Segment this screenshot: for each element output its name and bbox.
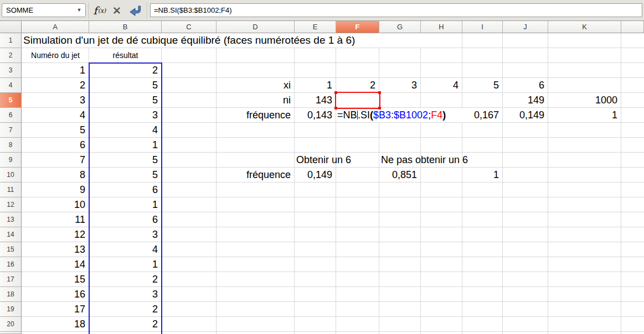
cell-A14[interactable]: 12 — [22, 227, 85, 242]
cell-K6[interactable]: 1 — [548, 108, 617, 123]
column-header-H[interactable]: H — [421, 21, 462, 33]
cell-A6[interactable]: 4 — [22, 108, 85, 123]
cell-H4[interactable]: 4 — [421, 78, 458, 93]
row-header-11[interactable]: 11 — [0, 182, 22, 197]
cell-A18[interactable]: 16 — [22, 287, 85, 302]
cell-A9[interactable]: 7 — [22, 153, 85, 168]
cell-B13[interactable]: 6 — [89, 212, 158, 227]
cell-B2[interactable]: résultat — [90, 48, 161, 63]
column-header-B[interactable]: B — [89, 21, 162, 33]
cell-G9[interactable]: Ne pas obtenir un 6 — [381, 153, 468, 168]
cell-B4[interactable]: 5 — [89, 78, 158, 93]
cell-J5[interactable]: 149 — [503, 93, 544, 108]
row-header-21-partial[interactable] — [0, 332, 22, 334]
cell-A17[interactable]: 15 — [22, 272, 85, 287]
cell-E6[interactable]: 0,143 — [295, 108, 332, 123]
cell-B7[interactable]: 4 — [89, 123, 158, 138]
cell-B11[interactable]: 6 — [89, 182, 158, 197]
cell-D10[interactable]: fréquence — [217, 168, 291, 182]
row-header-10[interactable]: 10 — [0, 168, 22, 182]
cell-A5[interactable]: 3 — [22, 93, 85, 108]
cancel-button[interactable]: ✕ — [109, 3, 125, 18]
cell-A20[interactable]: 18 — [22, 317, 85, 332]
reference-handle[interactable] — [378, 107, 381, 109]
column-header-E[interactable]: E — [295, 21, 336, 33]
cell-B14[interactable]: 3 — [89, 227, 158, 242]
row-header-20[interactable]: 20 — [0, 317, 22, 332]
cell-A8[interactable]: 6 — [22, 138, 85, 153]
name-box[interactable]: SOMME ▼ — [2, 3, 86, 17]
cell-G10[interactable]: 0,851 — [379, 168, 417, 182]
cell-B6[interactable]: 3 — [89, 108, 158, 123]
row-header-12[interactable]: 12 — [0, 197, 22, 212]
cell-A19[interactable]: 17 — [22, 302, 85, 317]
row-header-13[interactable]: 13 — [0, 212, 22, 227]
cell-B3[interactable]: 2 — [89, 63, 158, 78]
row-header-1[interactable]: 1 — [0, 33, 22, 48]
column-header-partial[interactable] — [621, 21, 644, 33]
row-header-14[interactable]: 14 — [0, 227, 22, 242]
cell-K5[interactable]: 1000 — [548, 93, 617, 108]
cell-A16[interactable]: 14 — [22, 257, 85, 272]
cell-A10[interactable]: 8 — [22, 168, 85, 182]
row-header-15[interactable]: 15 — [0, 242, 22, 257]
reference-handle[interactable] — [334, 91, 337, 94]
cell-A15[interactable]: 13 — [22, 242, 85, 257]
column-header-G[interactable]: G — [379, 21, 421, 33]
cell-E9[interactable]: Obtenir un 6 — [296, 153, 351, 168]
cell-I10[interactable]: 1 — [462, 168, 499, 182]
cell-editor-F5[interactable]: =NB.SI($B3:$B1002;F4) — [336, 108, 472, 122]
cell-B8[interactable]: 1 — [89, 138, 158, 153]
cell-E4[interactable]: 1 — [295, 78, 332, 93]
cell-B16[interactable]: 1 — [89, 257, 158, 272]
row-header-3[interactable]: 3 — [0, 63, 22, 78]
row-header-18[interactable]: 18 — [0, 287, 22, 302]
cell-D6[interactable]: fréquence — [217, 108, 291, 123]
function-wizard-button[interactable]: f(x) — [91, 3, 108, 18]
row-header-5[interactable]: 5 — [0, 93, 22, 108]
cell-A7[interactable]: 5 — [22, 123, 85, 138]
select-all-corner[interactable] — [0, 21, 22, 33]
column-header-D[interactable]: D — [217, 21, 295, 33]
row-header-16[interactable]: 16 — [0, 257, 22, 272]
column-header-I[interactable]: I — [462, 21, 503, 33]
cell-B10[interactable]: 5 — [89, 168, 158, 182]
cell-G4[interactable]: 3 — [379, 78, 417, 93]
row-header-4[interactable]: 4 — [0, 78, 22, 93]
cell-A2[interactable]: Numéro du jet — [22, 48, 89, 63]
cell-B18[interactable]: 3 — [89, 287, 158, 302]
cell-A13[interactable]: 11 — [22, 212, 85, 227]
row-header-8[interactable]: 8 — [0, 138, 22, 153]
cell-J6[interactable]: 0,149 — [503, 108, 544, 123]
cell-D5[interactable]: ni — [217, 93, 291, 108]
column-header-K[interactable]: K — [548, 21, 621, 33]
column-header-F[interactable]: F — [336, 21, 379, 33]
cell-B20[interactable]: 2 — [89, 317, 158, 332]
name-box-dropdown-icon[interactable]: ▼ — [75, 4, 84, 17]
cell-reference-border-F4[interactable] — [335, 92, 380, 109]
column-header-C[interactable]: C — [162, 21, 217, 33]
row-header-19[interactable]: 19 — [0, 302, 22, 317]
row-header-6[interactable]: 6 — [0, 108, 22, 123]
cell-D4[interactable]: xi — [217, 78, 291, 93]
cell-A12[interactable]: 10 — [22, 197, 85, 212]
accept-button[interactable] — [126, 3, 144, 18]
cell-F4[interactable]: 2 — [336, 78, 375, 93]
row-header-17[interactable]: 17 — [0, 272, 22, 287]
cell-A4[interactable]: 2 — [22, 78, 85, 93]
row-header-9[interactable]: 9 — [0, 153, 22, 168]
row-header-7[interactable]: 7 — [0, 123, 22, 138]
cell-B19[interactable]: 2 — [89, 302, 158, 317]
cell-B9[interactable]: 5 — [89, 153, 158, 168]
reference-handle[interactable] — [378, 91, 381, 94]
column-header-J[interactable]: J — [503, 21, 548, 33]
reference-handle[interactable] — [334, 107, 337, 109]
row-header-2[interactable]: 2 — [0, 48, 22, 63]
cell-E10[interactable]: 0,149 — [295, 168, 332, 182]
cell-B15[interactable]: 4 — [89, 242, 158, 257]
cell-B5[interactable]: 5 — [89, 93, 158, 108]
cell-B12[interactable]: 1 — [89, 197, 158, 212]
cell-E5[interactable]: 143 — [295, 93, 332, 108]
cell-A3[interactable]: 1 — [22, 63, 85, 78]
spreadsheet-grid[interactable]: Simulation d'un jet de dé cubique équili… — [22, 33, 644, 334]
